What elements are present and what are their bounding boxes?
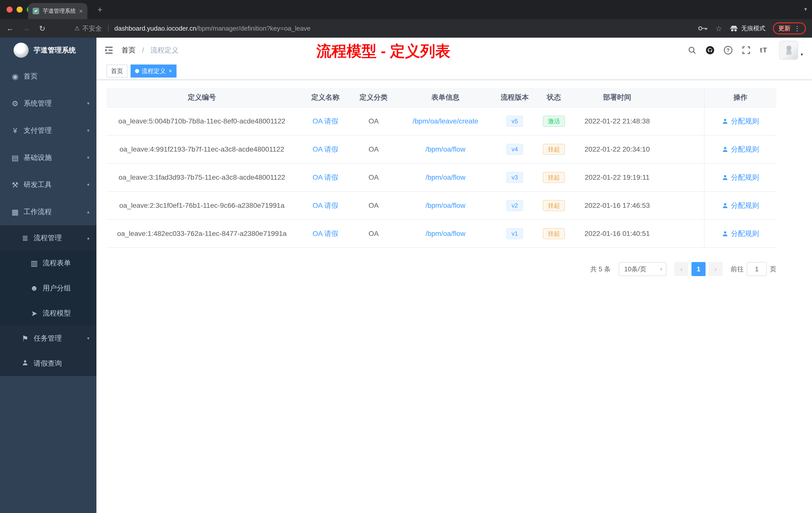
cell-deploy-time: 2022-01-22 20:34:10 [576, 135, 659, 163]
browser-update-button[interactable]: 更新 ⋮ [773, 22, 806, 34]
definition-name-link[interactable]: OA 请假 [313, 117, 339, 126]
breadcrumb-home[interactable]: 首页 [121, 46, 136, 54]
tab-search-chevron-icon[interactable]: ▾ [804, 6, 807, 12]
goto-label: 前往 [731, 265, 744, 274]
assign-rule-link[interactable]: 分配规则 [722, 201, 759, 210]
definition-name-link[interactable]: OA 请假 [313, 229, 339, 238]
site-favicon-icon [33, 8, 39, 14]
browser-menu-icon[interactable]: ⋮ [794, 25, 801, 32]
version-tag: v3 [506, 172, 523, 183]
sidebar-item-infrastructure[interactable]: ▤ 基础设施 ▾ [0, 144, 96, 171]
definition-name-link[interactable]: OA 请假 [313, 201, 339, 210]
form-icon: ▥ [30, 259, 38, 268]
url-host: dashboard.yudao.iocoder.cn [115, 25, 197, 32]
tag-process-definition[interactable]: 流程定义 × [130, 64, 176, 78]
tag-home[interactable]: 首页 [107, 64, 127, 78]
search-icon[interactable] [688, 46, 696, 55]
github-icon[interactable] [706, 46, 714, 55]
tag-close-icon[interactable]: × [169, 68, 172, 74]
sidebar-item-label: 支付管理 [24, 126, 87, 135]
sidebar-logo: 芋道管理系统 [0, 38, 96, 63]
page-size-select[interactable]: 10条/页 ▾ [619, 262, 666, 276]
col-header-id: 定义编号 [107, 88, 297, 107]
assign-rule-link[interactable]: 分配规则 [722, 117, 759, 126]
spacer [659, 135, 704, 163]
definition-name-link[interactable]: OA 请假 [313, 145, 339, 154]
assign-rule-link[interactable]: 分配规则 [722, 145, 759, 154]
bookmark-star-icon[interactable]: ☆ [715, 24, 722, 33]
sidebar-item-workflow[interactable]: ▦ 工作流程 ▴ [0, 198, 96, 225]
table-row: oa_leave:3:1fad3d93-7b75-11ec-a3c8-acde4… [107, 163, 776, 192]
font-size-icon[interactable]: tT [760, 46, 767, 54]
window-close-button[interactable] [6, 6, 12, 12]
url-path: /bpm/manager/definition?key=oa_leave [196, 25, 311, 32]
sidebar-item-home[interactable]: ◉ 首页 [0, 63, 96, 90]
sidebar-item-process-model[interactable]: ➤ 流程模型 [0, 301, 96, 326]
cell-category: OA [353, 108, 394, 135]
sidebar-item-leave-query[interactable]: 请假查询 [0, 351, 96, 376]
sidebar-item-dev-tools[interactable]: ⚒ 研发工具 ▾ [0, 171, 96, 198]
incognito-label: 无痕模式 [741, 24, 765, 32]
sidebar-item-process-management[interactable]: ≣ 流程管理 ▴ [0, 225, 96, 250]
page-number-button[interactable]: 1 [692, 262, 705, 276]
forward-button[interactable]: → [22, 24, 30, 33]
active-dot [135, 69, 139, 73]
site-security-chip[interactable]: ⚠ 不安全 [74, 24, 102, 33]
back-button[interactable]: ← [6, 24, 14, 33]
avatar[interactable] [779, 41, 798, 60]
form-info-link[interactable]: /bpm/oa/flow [426, 145, 465, 153]
goto-page-input[interactable] [747, 262, 767, 276]
goto-unit: 页 [770, 265, 776, 274]
browser-tab[interactable]: 芋道管理系统 × [28, 3, 87, 19]
sidebar-item-payment-management[interactable]: ¥ 支付管理 ▾ [0, 117, 96, 144]
tag-label: 流程定义 [142, 67, 166, 75]
page-content: 定义编号 定义名称 定义分类 表单信息 流程版本 状态 部署时间 操作 oa_l… [96, 80, 812, 276]
sidebar-toggle-icon[interactable] [105, 46, 114, 55]
main-area: 首页 / 流程定义 流程模型 - 定义列表 ? tT ▾ [96, 38, 812, 513]
sidebar-item-task-management[interactable]: ⚑ 任务管理 ▾ [0, 326, 96, 351]
definition-name-link[interactable]: OA 请假 [313, 173, 339, 182]
assign-rule-link[interactable]: 分配规则 [722, 229, 759, 238]
form-info-link[interactable]: /bpm/oa/leave/create [412, 117, 478, 125]
browser-chrome: 芋道管理系统 × + ▾ ← → ↻ ⚠ 不安全 dashboard.yudao… [0, 0, 812, 38]
form-info-link[interactable]: /bpm/oa/flow [426, 174, 465, 181]
table-row: oa_leave:4:991f2193-7b7f-11ec-a3c8-acde4… [107, 135, 776, 163]
chevron-down-icon: ▾ [87, 336, 89, 341]
chevron-up-icon: ▴ [87, 209, 89, 215]
sidebar-item-system-management[interactable]: ⚙ 系统管理 ▾ [0, 90, 96, 117]
update-label: 更新 [778, 24, 790, 32]
tab-strip: 芋道管理系统 × + ▾ [0, 0, 812, 19]
tools-icon: ⚒ [11, 180, 19, 189]
table-row: oa_leave:1:482ec033-762a-11ec-8477-a2380… [107, 220, 776, 248]
incognito-badge: 无痕模式 [730, 24, 765, 32]
sidebar-item-process-form[interactable]: ▥ 流程表单 [0, 250, 96, 276]
task-flag-icon: ⚑ [21, 334, 29, 343]
user-avatar-menu[interactable]: ▾ [779, 41, 803, 60]
help-icon[interactable]: ? [724, 46, 732, 55]
password-key-icon[interactable] [698, 25, 708, 31]
tab-close-icon[interactable]: × [79, 7, 83, 15]
person-icon [722, 146, 728, 153]
sidebar-item-label: 系统管理 [24, 99, 87, 108]
cell-definition-id: oa_leave:4:991f2193-7b7f-11ec-a3c8-acde4… [107, 135, 297, 163]
window-minimize-button[interactable] [17, 6, 23, 12]
spacer [659, 88, 704, 107]
tab-title: 芋道管理系统 [43, 7, 76, 15]
incognito-icon [730, 25, 738, 32]
sidebar-item-user-group[interactable]: ☻ 用户分组 [0, 276, 96, 301]
col-header-status: 状态 [532, 88, 576, 107]
assign-rule-link[interactable]: 分配规则 [722, 173, 759, 182]
col-header-form: 表单信息 [394, 88, 497, 107]
fullscreen-icon[interactable] [742, 46, 751, 55]
table-header: 定义编号 定义名称 定义分类 表单信息 流程版本 状态 部署时间 操作 [107, 88, 776, 108]
pagination-total: 共 5 条 [590, 265, 611, 274]
new-tab-button[interactable]: + [94, 4, 106, 15]
form-info-link[interactable]: /bpm/oa/flow [426, 230, 465, 238]
form-info-link[interactable]: /bpm/oa/flow [426, 202, 465, 210]
prev-page-button[interactable]: ‹ [674, 262, 689, 276]
status-badge: 挂起 [543, 228, 565, 239]
address-bar[interactable]: dashboard.yudao.iocoder.cn/bpm/manager/d… [115, 25, 311, 32]
person-icon [21, 359, 29, 368]
next-page-button[interactable]: › [708, 262, 723, 276]
reload-button[interactable]: ↻ [38, 24, 46, 33]
